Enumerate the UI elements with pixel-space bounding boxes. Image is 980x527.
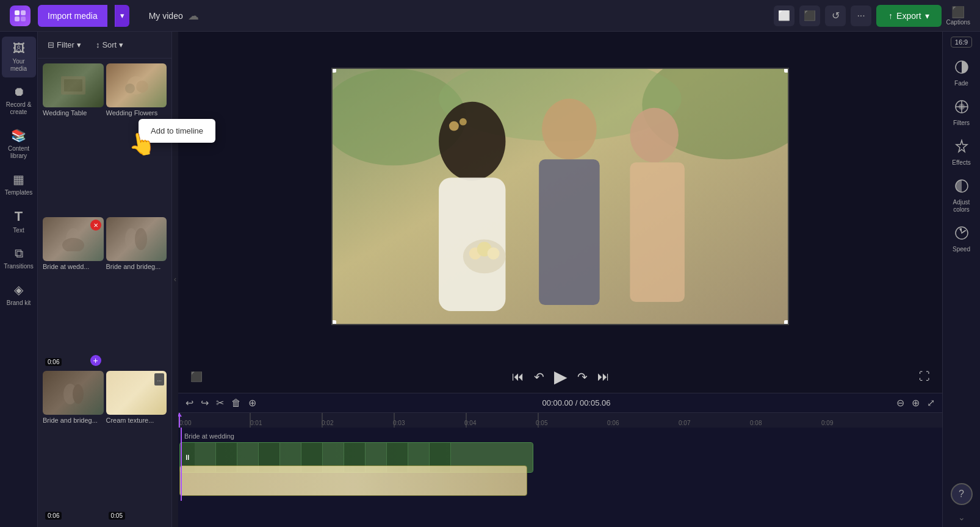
export-icon: ↑ [888,11,893,21]
skip-to-start-button[interactable]: ⏮ [512,370,524,384]
svg-rect-0 [15,10,20,15]
sidebar-item-label-your-media: Your media [4,58,34,73]
sidebar-item-brand-kit[interactable]: ◈ Brand kit [2,278,36,312]
audio-clip[interactable] [179,465,527,496]
sidebar-item-label-text: Text [13,227,24,234]
help-button[interactable]: ? [951,483,973,505]
sidebar-item-content-library[interactable]: 📚 Content library [2,123,36,165]
crop-tool-button[interactable]: ⬜ [774,5,794,26]
media-item-wedding-table[interactable]: Wedding Table [43,63,104,215]
svg-point-10 [62,238,84,251]
skip-to-end-button[interactable]: ⏭ [597,370,610,384]
media-item-cream-texture[interactable]: 0:05 ··· Cream texture... [106,371,167,522]
right-tool-speed[interactable]: Speed [945,221,979,258]
svg-point-29 [449,121,459,131]
forward-button[interactable]: ↷ [577,370,588,384]
captions-small-icon[interactable]: ⬛ [190,371,203,382]
svg-point-12 [135,228,147,250]
media-duration-cream: 0:05 [109,512,125,520]
play-pause-button[interactable]: ▶ [554,367,567,387]
more-options-button[interactable]: ··· [851,5,871,26]
filter-chevron: ▾ [77,40,81,49]
media-panel: ⊟ Filter ▾ ↕ Sort ▾ Wedding Table [38,32,172,527]
right-tool-effects[interactable]: Effects [945,134,979,171]
timeline-content: Bride at wedding ⏸ [178,428,942,500]
right-tool-filters[interactable]: Filters [945,95,979,132]
preview-corner-tr[interactable] [784,68,789,73]
media-add-button-bride-wedding[interactable]: + [90,355,101,366]
media-label-bride-brideg-2: Bride and brideg... [43,417,104,424]
media-delete-button-bride-wedding[interactable]: ✕ [90,220,101,231]
timeline-area: ↩ ↪ ✂ 🗑 ⊕ 00:00.00 / 00:05.06 ⊖ ⊕ ⤢ 0:00… [178,393,942,527]
sidebar-item-record-create[interactable]: ⏺ Record & create [2,80,36,121]
media-item-bride-brideg-1[interactable]: Bride and brideg... [106,217,167,368]
sidebar-item-templates[interactable]: ▦ Templates [2,167,36,201]
preview-video [331,68,789,325]
import-media-dropdown-button[interactable]: ▾ [115,5,129,27]
svg-point-7 [125,84,135,93]
main-content: 🖼 Your media ⏺ Record & create 📚 Content… [0,32,980,527]
import-media-button[interactable]: Import media [38,5,107,27]
sidebar-item-transitions[interactable]: ⧉ Transitions [2,242,36,275]
speed-icon [954,226,969,243]
collapse-panel-button[interactable]: ⌄ [958,512,965,522]
cloud-save-icon: ☁ [188,9,199,23]
effects-label: Effects [952,159,970,167]
more-options-icon: ··· [157,378,162,384]
export-button[interactable]: ↑ Export ▾ [876,5,941,27]
fit-screen-button[interactable]: ⬛ [799,5,820,26]
zoom-in-button[interactable]: ⊕ [912,397,920,409]
media-item-bride-brideg-2[interactable]: 0:06 Bride and brideg... [43,371,104,522]
sort-button[interactable]: ↕ Sort ▾ [91,38,128,52]
sidebar-item-text[interactable]: T Text [2,204,36,239]
fade-icon [954,60,969,77]
zoom-out-button[interactable]: ⊖ [896,397,904,409]
rewind-button[interactable]: ↶ [534,370,544,384]
audio-track [178,463,942,493]
sidebar-item-label-record-create: Record & create [4,101,34,116]
sidebar-item-label-templates: Templates [5,189,33,196]
media-panel-toolbar: ⊟ Filter ▾ ↕ Sort ▾ [38,32,171,59]
filter-button[interactable]: ⊟ Filter ▾ [43,38,86,52]
right-tool-adjust-colors[interactable]: Adjust colors [945,174,979,218]
video-track: ⏸ [178,434,942,464]
undo-button[interactable]: ↩ [186,397,193,409]
preview-corner-tl[interactable] [331,68,336,73]
media-label-bride-wedding: Bride at wedd... [43,263,104,270]
svg-rect-1 [21,10,26,15]
top-bar: Import media ▾ My video ☁ ⬜ ⬛ ↺ ··· ↑ Ex… [0,0,980,32]
filters-icon [954,99,969,117]
media-item-bride-wedding[interactable]: 0:06 ✕ + Bride at wedd... [43,217,104,368]
delete-button[interactable]: 🗑 [231,398,241,409]
svg-point-19 [439,101,505,180]
captions-button[interactable]: ⬛ Captions [946,5,970,26]
preview-corner-bl[interactable] [331,320,336,325]
media-label-cream: Cream texture... [106,417,167,424]
redo-button[interactable]: ↪ [201,397,209,409]
sidebar-item-your-media[interactable]: 🖼 Your media [2,37,36,77]
media-label-wedding-table: Wedding Table [43,109,104,117]
svg-rect-3 [21,16,26,21]
timeline-time-display: 00:00.00 / 00:05.06 [264,398,889,407]
preview-corner-br[interactable] [784,320,789,325]
fullscreen-button[interactable]: ⛶ [919,370,930,383]
adjust-colors-label: Adjust colors [947,199,976,213]
media-duration-bride-wedding: 0:06 [45,358,62,366]
record-create-icon: ⏺ [13,85,25,99]
sort-chevron: ▾ [119,40,123,49]
add-to-timeline-button[interactable]: ⊕ [248,397,256,409]
sort-icon: ↕ [96,40,100,49]
svg-point-23 [630,107,679,162]
add-to-timeline-menu-item[interactable]: Add to timeline [139,121,215,140]
sidebar-item-label-transitions: Transitions [4,263,34,270]
svg-point-8 [136,81,148,93]
media-panel-collapse-handle[interactable]: ‹ [172,32,178,527]
wedding-preview-image [333,69,788,324]
fit-timeline-button[interactable]: ⤢ [927,397,935,409]
cut-button[interactable]: ✂ [216,397,224,409]
rotate-button[interactable]: ↺ [825,5,846,26]
right-tool-fade[interactable]: Fade [945,55,979,92]
media-label-bride-brideg-1: Bride and brideg... [106,263,167,270]
svg-rect-5 [64,79,82,91]
text-icon: T [15,209,23,224]
